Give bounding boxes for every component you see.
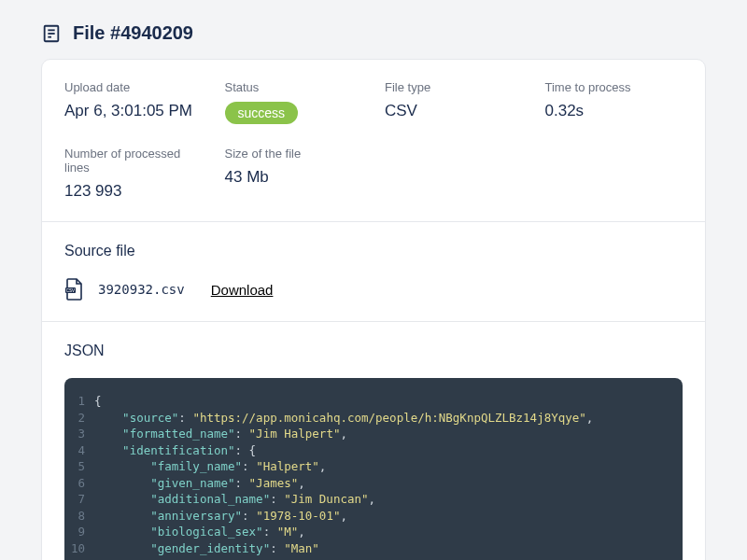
stat-value: 0.32s <box>545 102 684 120</box>
stat-label: Size of the file <box>225 147 363 161</box>
code-line: 6 "given_name": "James", <box>64 475 668 492</box>
code-content: "formatted_name": "Jim Halpert", <box>94 426 347 442</box>
svg-text:CSV: CSV <box>66 288 75 293</box>
code-content: "family_name": "Halpert", <box>94 458 326 475</box>
code-line: 9 "biological_sex": "M", <box>64 524 668 540</box>
stat-label: Time to process <box>545 80 684 94</box>
page-title: File #4940209 <box>73 22 193 44</box>
code-line: 7 "additional_name": "Jim Duncan", <box>64 491 668 508</box>
stat-value: 43 Mb <box>225 168 363 187</box>
stat-time-to-process: Time to process 0.32s <box>545 80 684 124</box>
stat-label: Number of processed lines <box>64 147 203 175</box>
file-detail-icon <box>41 23 62 44</box>
line-number: 7 <box>64 491 94 508</box>
stat-processed-lines: Number of processed lines 123 993 <box>64 147 203 201</box>
line-number: 8 <box>64 508 94 525</box>
json-heading: JSON <box>64 343 683 359</box>
code-line: 3 "formatted_name": "Jim Halpert", <box>64 426 668 442</box>
code-line: 4 "identification": { <box>64 442 668 459</box>
stat-value: CSV <box>385 102 523 120</box>
csv-file-icon: CSV <box>64 278 83 301</box>
code-line: 5 "family_name": "Halpert", <box>64 458 668 475</box>
code-line: 10 "gender_identity": "Man" <box>64 540 668 557</box>
page-title-row: File #4940209 <box>41 22 706 44</box>
stat-file-type: File type CSV <box>385 80 523 124</box>
status-badge: success <box>225 102 299 124</box>
code-content: "given_name": "James", <box>94 475 305 492</box>
code-content: "identification": { <box>94 442 256 459</box>
file-card: Upload date Apr 6, 3:01:05 PM Status suc… <box>41 59 706 560</box>
code-line: 8 "anniversary": "1978-10-01", <box>64 508 668 525</box>
line-number: 9 <box>64 524 94 540</box>
line-number: 6 <box>64 475 94 492</box>
code-content: { <box>94 393 102 410</box>
stat-value: Apr 6, 3:01:05 PM <box>64 102 203 120</box>
line-number: 5 <box>64 458 94 475</box>
code-content: "source": "https://app.monicahq.com/peop… <box>94 410 593 427</box>
source-filename: 3920932.csv <box>98 282 185 297</box>
line-number: 4 <box>64 442 94 459</box>
download-link[interactable]: Download <box>211 282 274 298</box>
code-line: 1{ <box>64 393 668 410</box>
stat-status: Status success <box>225 80 363 124</box>
stat-label: Status <box>225 80 363 94</box>
source-file-heading: Source file <box>64 243 683 259</box>
code-content: "biological_sex": "M", <box>94 524 305 540</box>
json-code-block: 1{2 "source": "https://app.monicahq.com/… <box>64 378 683 560</box>
code-content: "additional_name": "Jim Duncan", <box>94 491 375 508</box>
json-section: JSON 1{2 "source": "https://app.monicahq… <box>42 322 705 560</box>
line-number: 2 <box>64 410 94 427</box>
line-number: 3 <box>64 426 94 442</box>
source-file-section: Source file CSV 3920932.csv Download <box>42 222 705 322</box>
stat-label: Upload date <box>64 80 203 94</box>
stat-upload-date: Upload date Apr 6, 3:01:05 PM <box>64 80 203 124</box>
code-content: "gender_identity": "Man" <box>94 540 319 557</box>
code-line: 2 "source": "https://app.monicahq.com/pe… <box>64 410 668 427</box>
stats-section: Upload date Apr 6, 3:01:05 PM Status suc… <box>42 60 705 222</box>
line-number: 1 <box>64 393 94 410</box>
code-content: "anniversary": "1978-10-01", <box>94 508 347 525</box>
stat-value: 123 993 <box>64 182 203 201</box>
line-number: 10 <box>64 540 94 557</box>
stat-file-size: Size of the file 43 Mb <box>225 147 363 201</box>
stat-label: File type <box>385 80 523 94</box>
